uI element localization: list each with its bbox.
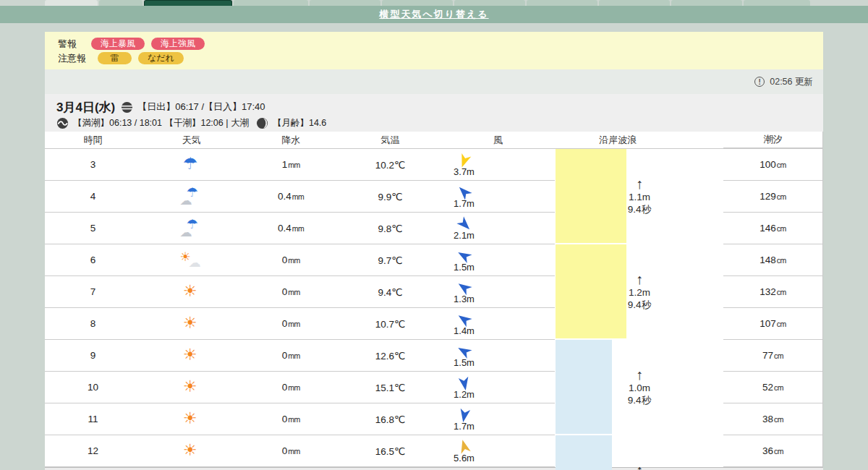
browser-tab[interactable] bbox=[382, 0, 453, 6]
warning-badge[interactable]: 海上強風 bbox=[151, 38, 205, 50]
wind-direction-arrow-icon: 1.7m bbox=[446, 407, 483, 432]
precip-unit: mm bbox=[288, 351, 300, 360]
table-row: 4☂☁0.4mm9.9℃1.7m129cm bbox=[45, 181, 822, 213]
table-row: 7☀0mm9.4℃1.3m132cm bbox=[45, 276, 822, 308]
wind-direction-arrow-icon: 1.4m bbox=[446, 312, 483, 336]
tide-times-text: 【満潮】06:13 / 18:01 【干潮】12:06 | 大潮 bbox=[73, 117, 249, 129]
switch-layout-link[interactable]: 横型天気へ切り替える bbox=[379, 8, 488, 21]
table-row: 8☀0mm10.7℃1.4m107cm bbox=[45, 308, 822, 340]
temp-cell: 9.8℃ bbox=[340, 213, 441, 244]
precip-unit: mm bbox=[288, 256, 300, 265]
precip-cell: 0.4mm bbox=[242, 181, 340, 213]
advisory-badge[interactable]: 雷 bbox=[98, 52, 132, 64]
table-row: 3☂1mm10.2℃3.7m100cm bbox=[45, 149, 822, 181]
precip-unit: mm bbox=[288, 415, 300, 424]
tide-value: 52 bbox=[762, 382, 773, 393]
col-header-weather: 天気 bbox=[141, 132, 242, 148]
wind-cell: 2.1m bbox=[441, 213, 556, 244]
hour-cell: 5 bbox=[45, 213, 141, 244]
warning-label: 警報 bbox=[58, 38, 91, 51]
warning-badge[interactable]: 海上暴風 bbox=[91, 38, 145, 50]
weather-cell: ☀ bbox=[141, 372, 242, 403]
weather-cell: ☀ bbox=[141, 435, 242, 467]
wind-direction-arrow-icon: 1.5m bbox=[446, 248, 483, 273]
wind-direction-arrow-icon: 5.6m bbox=[446, 439, 483, 463]
tide-unit: cm bbox=[777, 320, 786, 328]
weather-cell: ☀ bbox=[141, 340, 242, 372]
browser-tab[interactable] bbox=[599, 0, 670, 6]
precip-value: 0.4 bbox=[278, 191, 292, 202]
tide-cell: 132cm bbox=[723, 276, 822, 308]
browser-tab[interactable] bbox=[45, 0, 98, 6]
precip-value: 1 bbox=[282, 159, 288, 170]
hour-cell: 4 bbox=[45, 181, 141, 213]
wind-cell: 1.5m bbox=[441, 244, 556, 276]
wave-strip-spacer bbox=[555, 244, 723, 276]
temp-cell: 16.8℃ bbox=[340, 403, 441, 435]
precip-unit: mm bbox=[288, 447, 300, 456]
temp-cell: 10.2℃ bbox=[340, 149, 441, 181]
hour-cell: 8 bbox=[45, 308, 141, 340]
temp-cell: 9.9℃ bbox=[340, 181, 441, 213]
active-browser-tab[interactable] bbox=[144, 0, 232, 6]
precip-unit: mm bbox=[288, 320, 300, 328]
wave-strip-spacer bbox=[555, 276, 723, 308]
tide-value: 148 bbox=[760, 255, 776, 265]
wave-icon bbox=[56, 117, 69, 129]
sun-icon: ☀ bbox=[180, 377, 203, 398]
browser-tab[interactable] bbox=[671, 0, 742, 6]
browser-tab-strip bbox=[0, 0, 868, 6]
temp-cell: 10.7℃ bbox=[340, 308, 441, 340]
weather-cell: ☀ bbox=[141, 308, 242, 340]
weather-cell: ☀ bbox=[141, 276, 242, 308]
wind-cell: 3.7m bbox=[441, 149, 556, 181]
precip-value: 0 bbox=[282, 286, 288, 297]
warning-row: 警報 海上暴風 海上強風 bbox=[58, 37, 823, 51]
advisory-row: 注意報 雷 なだれ bbox=[58, 51, 823, 65]
precip-value: 0.4 bbox=[278, 223, 292, 234]
precip-unit: mm bbox=[288, 288, 300, 296]
sun-cloud-icon: ☀☁ bbox=[180, 249, 203, 271]
tide-cell: 107cm bbox=[723, 308, 822, 340]
precip-cell: 0mm bbox=[242, 340, 340, 372]
wind-cell: 1.7m bbox=[441, 181, 556, 213]
weather-cell: ☂☁ bbox=[141, 213, 242, 244]
tide-value: 100 bbox=[760, 159, 776, 170]
weather-cell: ☂☁ bbox=[141, 181, 242, 213]
advisory-badge[interactable]: なだれ bbox=[138, 52, 184, 64]
hour-cell: 10 bbox=[45, 372, 141, 403]
precip-cell: 1mm bbox=[242, 149, 340, 181]
wind-direction-arrow-icon: 1.5m bbox=[446, 343, 483, 368]
wave-strip-spacer bbox=[555, 372, 723, 403]
weather-page: 横型天気へ切り替える 警報 海上暴風 海上強風 注意報 雷 なだれ ! 02:5… bbox=[0, 0, 868, 470]
sunrise-icon bbox=[121, 101, 133, 114]
advisory-label: 注意報 bbox=[58, 52, 91, 65]
browser-tab[interactable] bbox=[454, 0, 525, 6]
wave-strip-spacer bbox=[555, 403, 723, 435]
browser-tab[interactable] bbox=[99, 0, 142, 6]
wind-cell: 1.7m bbox=[441, 403, 556, 435]
wind-direction-arrow-icon: 1.2m bbox=[446, 375, 483, 400]
wind-direction-arrow-icon: 1.3m bbox=[446, 280, 483, 304]
tide-value: 107 bbox=[760, 318, 776, 329]
temp-cell: 12.6℃ bbox=[340, 340, 441, 372]
browser-tab[interactable] bbox=[234, 0, 308, 6]
browser-tab[interactable] bbox=[527, 0, 597, 6]
date-title: 3月4日(水) bbox=[56, 99, 115, 116]
wave-strip-spacer bbox=[555, 181, 723, 213]
browser-tab[interactable] bbox=[744, 0, 810, 6]
tide-unit: cm bbox=[777, 224, 786, 233]
sun-icon: ☀ bbox=[180, 409, 203, 430]
precip-cell: 0mm bbox=[242, 435, 340, 467]
precip-value: 0 bbox=[282, 255, 288, 265]
wind-cell: 1.4m bbox=[441, 308, 556, 340]
precip-cell: 0mm bbox=[242, 372, 340, 403]
updated-time: 02:56 更新 bbox=[770, 76, 813, 88]
browser-tab[interactable] bbox=[310, 0, 380, 6]
hour-cell: 11 bbox=[45, 403, 141, 435]
precip-cell: 0.4mm bbox=[242, 213, 340, 244]
tide-cell: 146cm bbox=[723, 213, 822, 244]
view-switch-bar: 横型天気へ切り替える bbox=[0, 6, 868, 23]
date-header: 3月4日(水) 【日出】06:17 /【日入】17:40 【満潮】06:13 /… bbox=[45, 94, 823, 132]
wind-cell: 1.2m bbox=[441, 372, 556, 403]
